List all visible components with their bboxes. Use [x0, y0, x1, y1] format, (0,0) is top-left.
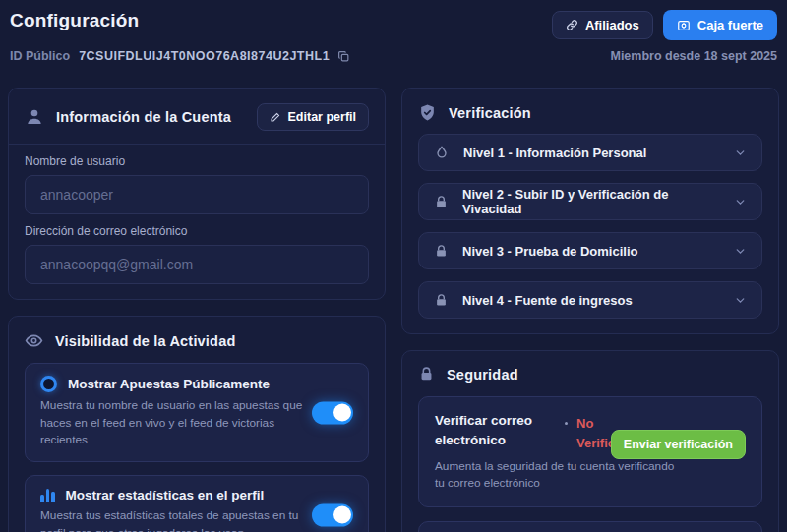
copy-icon[interactable]	[337, 50, 350, 63]
verification-card: Verificación Nivel 1 - Información Perso…	[401, 88, 779, 334]
show-bets-title-row: Mostrar Apuestas Públicamente	[40, 376, 353, 392]
vault-label: Caja fuerte	[697, 18, 763, 32]
chevron-down-icon	[734, 294, 747, 307]
security-card-title: Seguridad	[447, 367, 518, 383]
send-verification-button[interactable]: Enviar verificación	[611, 430, 746, 459]
verification-card-header: Verificación	[418, 103, 762, 122]
eye-icon	[25, 331, 43, 350]
edit-profile-button[interactable]: Editar perfil	[257, 103, 369, 131]
settings-page: Configuración Afiliados	[0, 0, 787, 532]
account-card: Información de la Cuenta Editar perfil N…	[8, 88, 386, 300]
account-card-title: Información de la Cuenta	[56, 109, 231, 125]
vault-button[interactable]: Caja fuerte	[663, 10, 777, 40]
page-title: Configuración	[10, 10, 139, 31]
show-stats-panel: Mostrar estadísticas en el perfil Muestr…	[25, 475, 369, 532]
verification-level-4[interactable]: Nivel 4 - Fuente de ingresos	[418, 281, 762, 319]
globe-icon	[40, 376, 57, 392]
update-password-panel: Actualizar Contraseña Actualiza tu contr…	[418, 521, 762, 532]
level-3-label: Nivel 3 - Prueba de Domicilio	[462, 244, 637, 259]
email-verification-description: Aumenta la seguridad de tu cuenta verifi…	[435, 458, 676, 493]
member-since: Miembro desde 18 sept 2025	[610, 49, 777, 63]
email-verification-title: Verificar correo electrónico	[435, 411, 582, 451]
visibility-card-title: Visibilidad de la Actividad	[55, 333, 235, 349]
verification-level-1[interactable]: Nivel 1 - Información Personal	[418, 134, 762, 171]
show-stats-title-row: Mostrar estadísticas en el perfil	[40, 488, 353, 502]
security-card-header: Seguridad	[418, 366, 762, 383]
divider	[9, 144, 385, 145]
topbar-buttons: Afiliados Caja fuerte	[552, 10, 777, 40]
username-input[interactable]	[25, 175, 369, 214]
affiliates-button[interactable]: Afiliados	[552, 11, 653, 39]
link-icon	[566, 19, 578, 31]
show-bets-toggle[interactable]	[312, 401, 353, 424]
content-columns: Información de la Cuenta Editar perfil N…	[8, 88, 779, 532]
show-stats-toggle[interactable]	[312, 503, 353, 526]
username-label: Nombre de usuario	[25, 154, 369, 168]
status-dot-icon	[565, 422, 568, 425]
affiliates-label: Afiliados	[585, 18, 639, 32]
public-id-value: 7CSUIFDLUIJ4T0NOO76A8I874U2JTHL1	[79, 49, 330, 63]
lock-icon	[434, 244, 449, 259]
droplet-icon	[434, 145, 450, 160]
lock-icon	[418, 366, 435, 383]
vault-icon	[677, 19, 691, 32]
subbar: ID Público 7CSUIFDLUIJ4T0NOO76A8I874U2JT…	[8, 49, 779, 63]
topbar: Configuración Afiliados	[8, 8, 779, 40]
right-column: Verificación Nivel 1 - Información Perso…	[401, 88, 779, 532]
user-icon	[25, 107, 44, 127]
show-bets-panel: Mostrar Apuestas Públicamente Muestra tu…	[25, 363, 369, 462]
level-4-label: Nivel 4 - Fuente de ingresos	[462, 293, 633, 308]
visibility-card-header: Visibilidad de la Actividad	[25, 331, 369, 350]
chevron-down-icon	[734, 196, 747, 208]
verification-level-2[interactable]: Nivel 2 - Subir ID y Verificación de Viv…	[418, 183, 762, 220]
level-1-label: Nivel 1 - Información Personal	[463, 146, 646, 160]
email-label: Dirección de correo electrónico	[25, 224, 369, 238]
account-card-header: Información de la Cuenta Editar perfil	[25, 103, 369, 131]
edit-profile-label: Editar perfil	[288, 110, 356, 124]
email-input[interactable]	[25, 245, 369, 284]
public-id-label: ID Público	[10, 49, 70, 63]
show-stats-description: Muestra tus estadísticas totales de apue…	[40, 507, 304, 532]
show-bets-title: Mostrar Apuestas Públicamente	[68, 377, 270, 391]
show-stats-title: Mostrar estadísticas en el perfil	[66, 488, 265, 502]
level-2-label: Nivel 2 - Subir ID y Verificación de Viv…	[462, 187, 720, 216]
pencil-icon	[270, 111, 281, 123]
left-column: Información de la Cuenta Editar perfil N…	[8, 88, 386, 532]
security-card: Seguridad Verificar correo electrónico N…	[401, 350, 779, 532]
lock-icon	[434, 293, 449, 308]
shield-check-icon	[418, 103, 437, 122]
chevron-down-icon	[734, 147, 747, 159]
lock-icon	[434, 195, 449, 209]
email-verification-panel: Verificar correo electrónico No Verifica…	[418, 396, 762, 507]
visibility-card: Visibilidad de la Actividad Mostrar Apue…	[8, 316, 386, 532]
verification-level-3[interactable]: Nivel 3 - Prueba de Domicilio	[418, 232, 762, 269]
show-bets-description: Muestra tu nombre de usuario en las apue…	[40, 397, 304, 449]
chevron-down-icon	[734, 245, 747, 258]
bar-chart-icon	[40, 488, 55, 502]
verification-card-title: Verificación	[449, 105, 531, 121]
